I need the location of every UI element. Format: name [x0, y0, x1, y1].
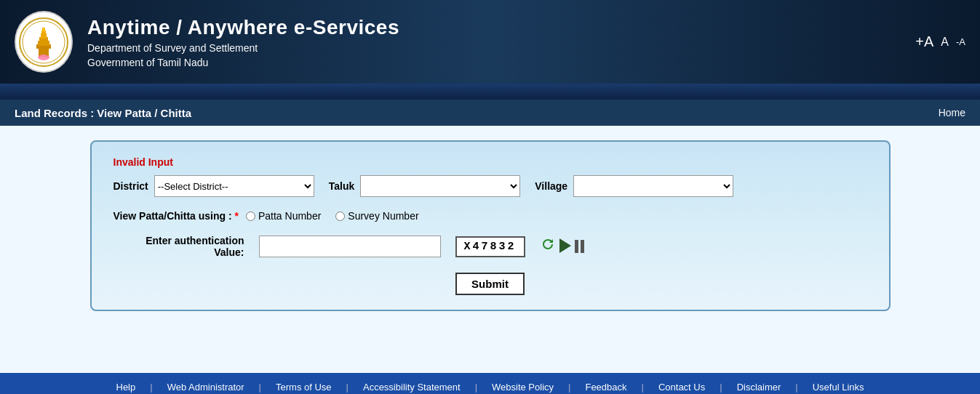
form-container: Invalid Input District --Select District… — [90, 140, 891, 311]
main-content: Invalid Input District --Select District… — [0, 126, 980, 373]
captcha-pause-button[interactable] — [575, 240, 584, 253]
view-patta-label: View Patta/Chitta using : * — [113, 210, 239, 222]
captcha-refresh-button[interactable] — [540, 237, 556, 257]
taluk-select[interactable] — [360, 175, 520, 197]
captcha-icons — [540, 237, 584, 257]
required-marker: * — [235, 210, 239, 222]
view-patta-row: View Patta/Chitta using : * Patta Number… — [113, 210, 867, 222]
header-title: Anytime / Anywhere e-Services — [87, 16, 399, 39]
home-link[interactable]: Home — [939, 107, 965, 118]
footer-link-terms[interactable]: Terms of Use — [276, 382, 332, 393]
header-subtitle2: Government of Tamil Nadu — [87, 57, 399, 68]
nav-bar — [0, 84, 980, 100]
auth-label: Enter authentication Value: — [113, 235, 244, 258]
play-icon — [559, 238, 571, 253]
svg-rect-8 — [42, 28, 45, 32]
district-label: District — [113, 180, 148, 192]
district-select[interactable]: --Select District-- — [154, 175, 314, 197]
footer-link-useful-links[interactable]: Useful Links — [813, 382, 864, 393]
invalid-input-message: Invalid Input — [113, 156, 867, 168]
patta-number-option[interactable]: Patta Number — [246, 210, 321, 222]
taluk-label: Taluk — [329, 180, 355, 192]
header-actions: +A A -A — [915, 33, 965, 50]
captcha-play-button[interactable] — [559, 238, 571, 255]
auth-input[interactable] — [259, 236, 441, 257]
patta-number-label: Patta Number — [258, 210, 321, 222]
submit-row: Submit — [113, 273, 867, 295]
footer-link-website-policy[interactable]: Website Policy — [492, 382, 554, 393]
footer-link-disclaimer[interactable]: Disclaimer — [737, 382, 781, 393]
page-bar: Land Records : View Patta / Chitta Home — [0, 100, 980, 126]
survey-number-option[interactable]: Survey Number — [335, 210, 418, 222]
village-select[interactable] — [573, 175, 733, 197]
header: Anytime / Anywhere e-Services Department… — [0, 0, 980, 84]
taluk-group: Taluk — [329, 175, 521, 197]
patta-number-radio[interactable] — [246, 212, 255, 221]
submit-button[interactable]: Submit — [455, 273, 525, 295]
footer: Help | Web Administrator | Terms of Use … — [0, 373, 980, 394]
survey-number-label: Survey Number — [348, 210, 418, 222]
village-label: Village — [535, 180, 567, 192]
radio-options: Patta Number Survey Number — [246, 210, 419, 222]
header-subtitle1: Department of Survey and Settlement — [87, 42, 399, 54]
footer-link-help[interactable]: Help — [116, 382, 136, 393]
footer-link-web-admin[interactable]: Web Administrator — [167, 382, 244, 393]
page-bar-title: Land Records : View Patta / Chitta — [15, 107, 191, 119]
footer-link-feedback[interactable]: Feedback — [585, 382, 626, 393]
font-decrease-button[interactable]: -A — [956, 36, 965, 47]
header-text: Anytime / Anywhere e-Services Department… — [87, 16, 399, 68]
logo — [15, 11, 73, 73]
survey-number-radio[interactable] — [335, 212, 345, 221]
footer-link-accessibility[interactable]: Accessibility Statement — [363, 382, 461, 393]
footer-link-contact[interactable]: Contact Us — [658, 382, 705, 393]
captcha-display: X47832 — [455, 236, 525, 257]
district-group: District --Select District-- — [113, 175, 314, 197]
pause-icon — [575, 240, 584, 253]
font-increase-button[interactable]: +A — [915, 33, 933, 50]
font-normal-button[interactable]: A — [941, 36, 949, 49]
location-row: District --Select District-- Taluk Villa… — [113, 175, 867, 197]
auth-row: Enter authentication Value: X47832 — [113, 235, 867, 258]
village-group: Village — [535, 175, 733, 197]
